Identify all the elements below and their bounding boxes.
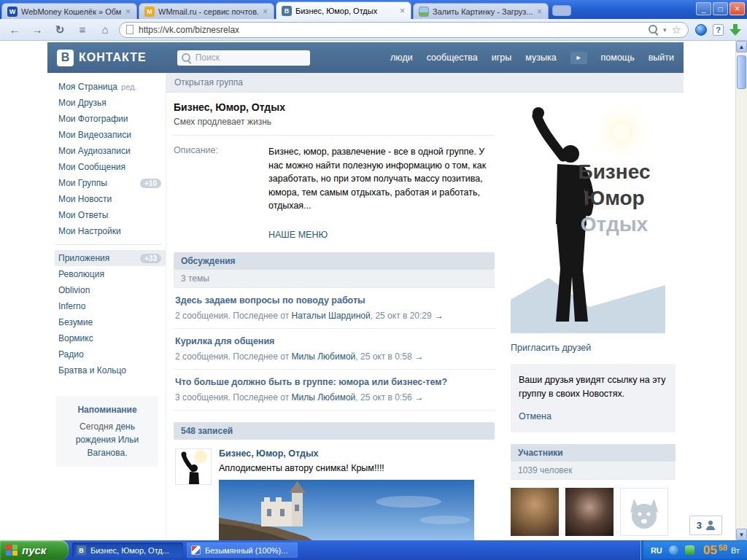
reload-icon[interactable]: ↻ bbox=[51, 21, 69, 39]
sidebar-item-groups[interactable]: Мои Группы +10 bbox=[55, 175, 166, 191]
topic-arrow-icon[interactable]: → bbox=[415, 392, 424, 402]
home-icon[interactable]: ⌂ bbox=[96, 21, 114, 39]
wall-post: Бизнес, Юмор, Отдых Аплодисменты автору … bbox=[174, 440, 495, 541]
search-input[interactable] bbox=[196, 52, 309, 63]
header-search-box[interactable] bbox=[177, 50, 310, 66]
topic-meta: 3 сообщения. Последнее от Милы Любимой, … bbox=[175, 392, 493, 402]
topic-title[interactable]: Здесь задаем вопросы по поводу работы bbox=[175, 295, 493, 306]
topic-author-link[interactable]: Милы Любимой bbox=[292, 392, 356, 402]
online-members-widget[interactable]: 3 bbox=[689, 516, 722, 535]
new-tab-button[interactable] bbox=[552, 5, 571, 16]
members-row bbox=[511, 480, 676, 536]
tray-app-blue-icon[interactable] bbox=[669, 545, 678, 555]
window-close-icon[interactable]: × bbox=[729, 2, 745, 15]
help-extension-icon[interactable]: ? bbox=[713, 24, 724, 36]
tab-title: Залить Картинку - Загруз... bbox=[433, 7, 533, 16]
nav-help[interactable]: помощь bbox=[601, 52, 635, 63]
tab-webmoney[interactable]: W WebMoney Кошелёк » Обм... × bbox=[1, 3, 137, 19]
vk-page: В КОНТАКТЕ люди сообщества игры музыка ►… bbox=[47, 42, 684, 540]
taskbar-task-vk[interactable]: В Бизнес, Юмор, Отд... bbox=[72, 542, 183, 558]
topic-author-link[interactable]: Натальи Шардиной bbox=[292, 311, 371, 321]
window-maximize-icon[interactable]: □ bbox=[713, 2, 728, 15]
sidebar-item-app-wormix[interactable]: Вормикс bbox=[55, 330, 166, 346]
zoom-caret-icon[interactable]: ▾ bbox=[663, 26, 667, 34]
scroll-down-icon[interactable]: ▼ bbox=[736, 529, 747, 540]
start-button[interactable]: пуск bbox=[0, 540, 69, 560]
nav-more-icon[interactable]: ► bbox=[570, 52, 587, 64]
edit-link[interactable]: ред. bbox=[121, 82, 136, 91]
post-group-avatar[interactable] bbox=[175, 448, 212, 485]
scrollbar-thumb[interactable] bbox=[737, 55, 746, 89]
post-photo[interactable] bbox=[219, 480, 474, 541]
post-body: Бизнес, Юмор, Отдых Аплодисменты автору … bbox=[219, 448, 474, 541]
sidebar-item-news[interactable]: Мои Новости bbox=[55, 191, 166, 207]
sidebar-item-app-radio[interactable]: Радио bbox=[55, 346, 166, 362]
member-avatar[interactable] bbox=[511, 488, 559, 536]
tab-close-icon[interactable]: × bbox=[262, 8, 268, 15]
sidebar-item-app-oblivion[interactable]: Oblivion bbox=[55, 282, 166, 298]
tab-close-icon[interactable]: × bbox=[399, 7, 406, 15]
nav-people[interactable]: люди bbox=[390, 52, 413, 63]
sidebar-item-videos[interactable]: Мои Видеозаписи bbox=[55, 127, 166, 143]
vk-logo[interactable]: В КОНТАКТЕ bbox=[57, 50, 147, 66]
nav-music[interactable]: музыка bbox=[525, 52, 556, 63]
reminder-box: Напоминание Сегодня день рождения Ильи В… bbox=[56, 396, 158, 467]
advisor-extension-icon[interactable] bbox=[695, 24, 707, 36]
person-icon bbox=[706, 521, 715, 530]
address-bar[interactable]: https://vk.com/biznesrelax ▾ ☆ bbox=[119, 22, 689, 38]
sidebar-item-my-page[interactable]: Моя Страница ред. bbox=[55, 79, 166, 95]
nav-communities[interactable]: сообщества bbox=[427, 52, 478, 63]
post-author-link[interactable]: Бизнес, Юмор, Отдых bbox=[219, 448, 474, 459]
scroll-up-icon[interactable]: ▲ bbox=[736, 41, 747, 52]
group-menu-link[interactable]: НАШЕ МЕНЮ bbox=[268, 230, 328, 240]
zoom-icon[interactable] bbox=[649, 25, 658, 34]
group-poster-image[interactable]: Бизнес Юмор Отдых bbox=[511, 101, 665, 333]
description-row: Описание: Бизнес, юмор, развлечение - вс… bbox=[174, 136, 495, 216]
members-header[interactable]: Участники bbox=[511, 444, 676, 462]
download-icon[interactable] bbox=[729, 24, 741, 36]
topic-arrow-icon[interactable]: → bbox=[415, 351, 424, 362]
topic-arrow-icon[interactable]: → bbox=[435, 311, 444, 321]
sidebar-item-settings[interactable]: Мои Настройки bbox=[55, 223, 166, 239]
sidebar-item-photos[interactable]: Мои Фотографии bbox=[55, 111, 166, 127]
topic-author-link[interactable]: Милы Любимой bbox=[292, 351, 356, 362]
sidebar-item-friends[interactable]: Мои Друзья bbox=[55, 95, 166, 111]
sidebar-item-app-bezumie[interactable]: Безумие bbox=[55, 314, 166, 330]
svg-text:Юмор: Юмор bbox=[584, 187, 644, 209]
webmoney-favicon-icon: W bbox=[7, 7, 18, 17]
menu-icon[interactable]: ≡ bbox=[74, 21, 91, 39]
sidebar-item-app-bratva[interactable]: Братва и Кольцо bbox=[55, 362, 166, 378]
back-icon[interactable]: ← bbox=[6, 21, 23, 39]
invite-friends-link[interactable]: Пригласить друзей bbox=[511, 343, 676, 353]
sidebar-item-audio[interactable]: Мои Аудиозаписи bbox=[55, 143, 166, 159]
sidebar-item-messages[interactable]: Мои Сообщения bbox=[55, 159, 166, 175]
forward-icon[interactable]: → bbox=[28, 21, 46, 39]
tray-clock: 05 58 Вт bbox=[701, 544, 740, 556]
tab-close-icon[interactable]: × bbox=[125, 8, 131, 15]
cancel-link[interactable]: Отмена bbox=[519, 410, 551, 424]
bookmark-star-icon[interactable]: ☆ bbox=[672, 25, 681, 35]
vertical-scrollbar[interactable]: ▲ ▼ bbox=[735, 41, 747, 540]
sidebar-item-app-inferno[interactable]: Inferno bbox=[55, 298, 166, 314]
topic-title[interactable]: Курилка для общения bbox=[175, 336, 493, 346]
taskbar-task-paint[interactable]: Безымянный (100%)... bbox=[187, 542, 298, 558]
wall-header[interactable]: 548 записей bbox=[174, 422, 495, 440]
tab-close-icon[interactable]: × bbox=[536, 8, 543, 15]
sidebar-item-apps[interactable]: Приложения +33 bbox=[55, 250, 166, 266]
tab-wmmail[interactable]: M WMmail.ru - сервис почтов... × bbox=[139, 3, 274, 19]
tab-vk-active[interactable]: В Бизнес, Юмор, Отдых × bbox=[276, 1, 411, 19]
nav-logout[interactable]: выйти bbox=[649, 52, 674, 63]
member-avatar[interactable] bbox=[565, 488, 614, 536]
window-minimize-icon[interactable]: _ bbox=[696, 2, 711, 15]
share-notice-box: Ваши друзья увидят ссылку на эту группу … bbox=[511, 364, 676, 432]
member-avatar-placeholder[interactable] bbox=[620, 488, 668, 536]
nav-games[interactable]: игры bbox=[492, 52, 511, 63]
vk-logo-text: КОНТАКТЕ bbox=[79, 51, 147, 64]
tab-image-upload[interactable]: Залить Картинку - Загруз... × bbox=[413, 3, 549, 19]
sidebar-item-replies[interactable]: Мои Ответы bbox=[55, 207, 166, 223]
tray-app-green-icon[interactable] bbox=[685, 545, 694, 555]
sidebar-item-app-revolution[interactable]: Революция bbox=[55, 266, 166, 282]
topic-title[interactable]: Что больше должно быть в группе: юмора и… bbox=[175, 377, 493, 387]
discussions-header[interactable]: Обсуждения bbox=[174, 252, 495, 270]
language-indicator[interactable]: RU bbox=[651, 546, 662, 555]
